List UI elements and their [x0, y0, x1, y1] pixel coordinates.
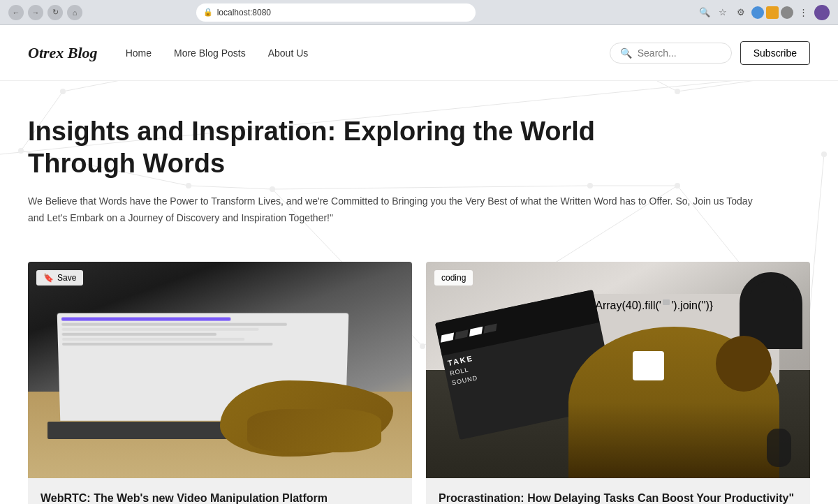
browser-nav-buttons: ← → ↻ ⌂ [8, 5, 82, 20]
cards-section: 🔖 Save WebRTC: The Web's new Video Manip… [0, 248, 838, 504]
hero-title: Insights and Inspiration: Exploring the … [28, 116, 656, 179]
card-webrtc-content: WebRTC: The Web's new Video Manipulation… [28, 478, 412, 504]
save-badge[interactable]: 🔖 Save [36, 270, 83, 286]
profile-button[interactable] [814, 5, 830, 20]
card-procrastination-title: Procrastination: How Delaying Tasks Can … [439, 491, 797, 504]
ext-icon-2 [766, 6, 779, 19]
coding-badge: coding [434, 270, 473, 286]
subscribe-button[interactable]: Subscribe [740, 41, 810, 65]
search-action-button[interactable]: 🔍 [697, 5, 712, 20]
card-webrtc-image: 🔖 Save [28, 262, 412, 478]
card-webrtc-title: WebRTC: The Web's new Video Manipulation… [41, 491, 399, 504]
card-procrastination-content: Procrastination: How Delaying Tasks Can … [426, 478, 810, 504]
back-button[interactable]: ← [8, 5, 24, 20]
forward-button[interactable]: → [28, 5, 43, 20]
url-text: localhost:8080 [217, 8, 271, 17]
brand-logo[interactable]: Otrex Blog [28, 44, 98, 62]
search-input[interactable] [638, 47, 721, 59]
nav-links: Home More Blog Posts About Us [126, 47, 309, 59]
hero-section: Insights and Inspiration: Exploring the … [0, 81, 838, 248]
navbar: Otrex Blog Home More Blog Posts About Us… [0, 25, 838, 81]
card-webrtc: 🔖 Save WebRTC: The Web's new Video Manip… [28, 262, 412, 504]
browser-chrome: ← → ↻ ⌂ 🔒 localhost:8080 🔍 ☆ ⚙ ⋮ [0, 0, 838, 25]
extensions-area [751, 6, 793, 19]
extensions-button[interactable]: ⚙ [733, 5, 749, 20]
search-box[interactable]: 🔍 [610, 43, 732, 64]
ext-icon-3 [781, 6, 793, 19]
card-procrastination: ${Array(40).fill('').join('')} [426, 262, 810, 504]
bookmark-button[interactable]: ☆ [715, 5, 730, 20]
browser-actions: 🔍 ☆ ⚙ ⋮ [697, 5, 830, 20]
menu-button[interactable]: ⋮ [796, 5, 811, 20]
nav-more-blog-posts[interactable]: More Blog Posts [174, 47, 246, 59]
hero-subtitle: We Believe that Words have the Power to … [28, 193, 761, 227]
website: Otrex Blog Home More Blog Posts About Us… [0, 25, 838, 504]
refresh-button[interactable]: ↻ [47, 5, 63, 20]
card-procrastination-image: ${Array(40).fill('').join('')} [426, 262, 810, 478]
home-button[interactable]: ⌂ [67, 5, 82, 20]
lock-icon: 🔒 [203, 8, 213, 17]
nav-home[interactable]: Home [126, 47, 152, 59]
address-bar[interactable]: 🔒 localhost:8080 [196, 3, 476, 22]
nav-actions: 🔍 Subscribe [610, 41, 810, 65]
ext-icon-1 [751, 6, 764, 19]
bookmark-icon: 🔖 [43, 273, 54, 283]
search-icon: 🔍 [620, 47, 632, 59]
nav-about-us[interactable]: About Us [268, 47, 309, 59]
